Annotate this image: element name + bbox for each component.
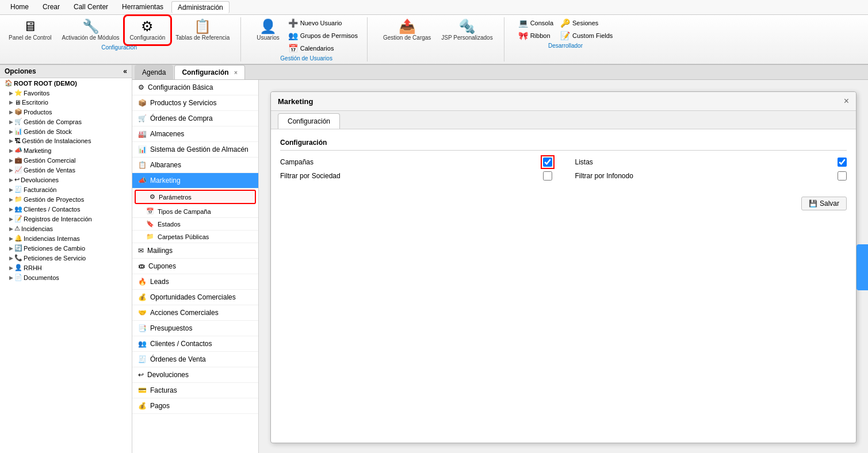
- sidebar-item-gestion-instalaciones[interactable]: ▶ 🏗 Gestión de Instalaciones: [0, 136, 132, 145]
- config-item-acciones[interactable]: 🤝 Acciones Comerciales: [132, 305, 258, 321]
- sidebar-item-incidencias-internas[interactable]: ▶ 🔔 Incidencias Internas: [0, 233, 132, 243]
- config-item-leads[interactable]: 🔥 Leads: [132, 274, 258, 290]
- modal-close-button[interactable]: ×: [844, 97, 849, 106]
- sidebar-collapse-icon[interactable]: «: [123, 67, 127, 75]
- config-item-marketing[interactable]: 📣 Marketing: [132, 173, 258, 189]
- config-item-devoluciones[interactable]: ↩ Devoluciones: [132, 367, 258, 383]
- ribbon-btn-panel-control[interactable]: 🖥 Panel de Control: [5, 17, 56, 43]
- sidebar-item-marketing[interactable]: ▶ 📣 Marketing: [0, 145, 132, 155]
- ribbon-btn-tablas[interactable]: 📋 Tablas de Referencia: [171, 17, 234, 43]
- config-item-sistema-gestion[interactable]: 📊 Sistema de Gestión de Almacén: [132, 142, 258, 158]
- tab-configuracion[interactable]: Configuración ×: [174, 65, 245, 79]
- sidebar-item-favoritos[interactable]: ▶ ⭐ Favoritos: [0, 88, 132, 98]
- menu-home[interactable]: Home: [5, 1, 35, 13]
- peticiones-servicio-icon: 📞: [14, 254, 22, 262]
- main-layout: Opciones « 🏠 ROOT ROOT (DEMO) ▶ ⭐ Favori…: [0, 65, 868, 453]
- config-sub-item-tipos-campana[interactable]: 📅 Tipos de Campaña: [132, 205, 258, 218]
- ribbon-btn-gestion-cargas[interactable]: 📤 Gestion de Cargas: [379, 17, 435, 43]
- ribbon-btn-activacion[interactable]: 🔧 Activación de Módulos: [58, 17, 124, 43]
- config-presupuestos-label: Presupuestos: [150, 324, 192, 332]
- ribbon-btn-jsp[interactable]: 🔩 JSP Personalizados: [437, 17, 496, 43]
- sidebar-item-gestion-compras[interactable]: ▶ 🛒 Gestión de Compras: [0, 117, 132, 126]
- ribbon-btn-configuracion[interactable]: ⚙ Configuración: [126, 17, 170, 43]
- save-button[interactable]: 💾 Salvar: [801, 197, 847, 210]
- config-item-basica[interactable]: ⚙ Configuración Básica: [132, 80, 258, 95]
- blue-side-tab[interactable]: [856, 244, 868, 290]
- tree-arrow-rrhh: ▶: [9, 265, 13, 271]
- menu-callcenter[interactable]: Call Center: [68, 1, 114, 13]
- ribbon-btn-usuarios[interactable]: 👤 Usuarios: [253, 17, 283, 43]
- menu-administracion[interactable]: Administración: [171, 1, 230, 13]
- sidebar-item-registros[interactable]: ▶ 📝 Registros de Interacción: [0, 214, 132, 224]
- listas-checkbox[interactable]: [838, 158, 847, 167]
- config-item-facturas[interactable]: 💳 Facturas: [132, 383, 258, 398]
- marketing-sidebar-icon: 📣: [14, 147, 22, 154]
- config-cupones-icon: 🎟: [138, 262, 145, 270]
- comercial-icon: 💼: [14, 156, 22, 164]
- ribbon-btn-calendarios[interactable]: 📅 Calendarios: [286, 43, 360, 54]
- filtrar-sociedad-checkbox[interactable]: [543, 171, 552, 181]
- config-sub-item-estados[interactable]: 🔖 Estados: [132, 218, 258, 231]
- config-item-ordenes-venta[interactable]: 🧾 Órdenes de Venta: [132, 352, 258, 367]
- config-cupones-label: Cupones: [148, 262, 176, 270]
- config-item-almacenes[interactable]: 🏭 Almacenes: [132, 126, 258, 142]
- config-item-cupones[interactable]: 🎟 Cupones: [132, 259, 258, 274]
- tree-arrow-marketing: ▶: [9, 148, 13, 153]
- tree-arrow-documentos: ▶: [9, 275, 13, 281]
- sidebar-item-rrhh[interactable]: ▶ 👤 RRHH: [0, 263, 132, 272]
- registros-icon: 📝: [14, 215, 22, 222]
- sidebar-item-peticiones-servicio[interactable]: ▶ 📞 Peticiones de Servicio: [0, 253, 132, 263]
- consola-label: Consola: [530, 20, 553, 26]
- config-item-presupuestos[interactable]: 📑 Presupuestos: [132, 321, 258, 336]
- sidebar-item-clientes-contactos[interactable]: ▶ 👥 Clientes / Contactos: [0, 204, 132, 214]
- sidebar-item-devoluciones[interactable]: ▶ ↩ Devoluciones: [0, 175, 132, 185]
- config-item-ordenes-compra[interactable]: 🛒 Órdenes de Compra: [132, 111, 258, 126]
- modal-tab-configuracion[interactable]: Configuración: [278, 113, 340, 129]
- tab-configuracion-close[interactable]: ×: [234, 70, 238, 76]
- config-devoluciones-icon: ↩: [138, 371, 144, 379]
- sidebar-item-root[interactable]: 🏠 ROOT ROOT (DEMO): [0, 78, 132, 88]
- config-ordenes-venta-icon: 🧾: [138, 355, 147, 363]
- ribbon-btn-ribbon[interactable]: 🎀 Ribbon: [516, 30, 556, 41]
- sidebar-item-productos[interactable]: ▶ 📦 Productos: [0, 107, 132, 117]
- sidebar-item-gestion-stock[interactable]: ▶ 📊 Gestión de Stock: [0, 126, 132, 136]
- menu-herramientas[interactable]: Herramientas: [116, 1, 169, 13]
- sidebar-item-incidencias[interactable]: ▶ ⚠ Incidencias: [0, 224, 132, 233]
- config-item-oportunidades[interactable]: 💰 Oportunidades Comerciales: [132, 290, 258, 305]
- tabs-bar: Agenda Configuración ×: [132, 65, 868, 80]
- config-item-albaranes[interactable]: 📋 Albaranes: [132, 158, 258, 173]
- peticiones-servicio-label: Peticiones de Servicio: [24, 255, 86, 262]
- gestion-compras-icon: 🛒: [14, 118, 22, 125]
- config-item-pagos[interactable]: 💰 Pagos: [132, 398, 258, 414]
- config-sub-item-carpetas[interactable]: 📁 Carpetas Públicas: [132, 231, 258, 243]
- sidebar-item-documentos[interactable]: ▶ 📄 Documentos: [0, 272, 132, 282]
- sidebar-item-gestion-ventas[interactable]: ▶ 📈 Gestión de Ventas: [0, 165, 132, 175]
- config-item-productos[interactable]: 📦 Productos y Servicios: [132, 95, 258, 111]
- grupos-label: Grupos de Permisos: [300, 32, 358, 39]
- campanas-checkbox[interactable]: [543, 158, 552, 167]
- menu-crear[interactable]: Crear: [37, 1, 66, 13]
- ribbon-btn-custom-fields[interactable]: 📝 Custom Fields: [558, 30, 615, 41]
- ribbon-btn-grupos[interactable]: 👥 Grupos de Permisos: [286, 30, 360, 41]
- peticiones-cambio-label: Peticiones de Cambio: [24, 245, 85, 252]
- config-row-filtrar-infonodo: Filtrar por Infonodo: [575, 171, 847, 181]
- ribbon-btn-nuevo-usuario[interactable]: ➕ Nuevo Usuario: [286, 17, 360, 29]
- config-marketing-icon: 📣: [138, 176, 147, 185]
- config-devoluciones-label: Devoluciones: [147, 371, 189, 379]
- config-row-listas: Listas: [575, 158, 847, 167]
- ribbon-group-label-usuarios: Gestión de Usuarios: [280, 55, 332, 62]
- sidebar-item-facturacion[interactable]: ▶ 🧾 Facturación: [0, 185, 132, 194]
- config-leads-icon: 🔥: [138, 278, 147, 286]
- sidebar-item-peticiones-cambio[interactable]: ▶ 🔄 Peticiones de Cambio: [0, 243, 132, 253]
- sidebar-item-gestion-proyectos[interactable]: ▶ 📁 Gestión de Proyectos: [0, 194, 132, 204]
- ribbon-btn-consola[interactable]: 💻 Consola: [516, 17, 556, 29]
- sidebar-item-gestion-comercial[interactable]: ▶ 💼 Gestión Comercial: [0, 155, 132, 165]
- filtrar-infonodo-checkbox[interactable]: [838, 171, 847, 181]
- sidebar-item-escritorio[interactable]: ▶ 🖥 Escritorio: [0, 98, 132, 107]
- ribbon-btn-sesiones[interactable]: 🔑 Sesiones: [558, 17, 615, 29]
- tab-agenda[interactable]: Agenda: [135, 65, 173, 79]
- config-item-mailings[interactable]: ✉ Mailings: [132, 243, 258, 259]
- config-item-clientes-cont[interactable]: 👥 Clientes / Contactos: [132, 336, 258, 352]
- config-tipos-label: Tipos de Campaña: [158, 208, 211, 215]
- config-sub-item-parametros[interactable]: ⚙ Parámetros: [135, 190, 256, 204]
